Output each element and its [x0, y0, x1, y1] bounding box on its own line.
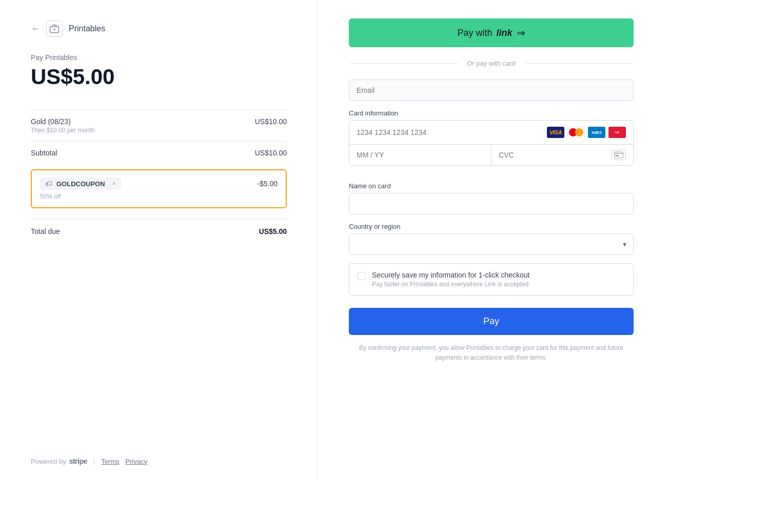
coupon-badge: 🏷 GOLDCOUPON × — [40, 178, 121, 190]
left-panel: ← Printables Pay Printables US$5.00 Gold… — [0, 0, 318, 481]
svg-rect-5 — [616, 155, 619, 156]
card-info-label: Card information — [349, 109, 634, 117]
card-number-row: VISA AMEX UP — [349, 121, 633, 145]
save-info-box: Securely save my information for 1-click… — [349, 263, 634, 295]
email-input[interactable] — [349, 80, 634, 101]
coupon-discount: -$5.00 — [257, 180, 278, 188]
merchant-icon — [46, 21, 63, 37]
email-group — [349, 80, 634, 101]
country-group: Country or region United States United K… — [349, 223, 634, 255]
coupon-container: 🏷 GOLDCOUPON × -$5.00 50% off — [31, 169, 287, 208]
powered-by-text: Powered by — [31, 458, 66, 465]
line-item-label: Gold (08/23) — [31, 117, 95, 126]
pay-with-link-label: Pay with — [457, 28, 492, 38]
merchant-name: Printables — [69, 24, 105, 33]
total-value: US$5.00 — [259, 227, 287, 235]
amex-icon: AMEX — [588, 127, 605, 138]
link-brand: link — [497, 28, 513, 38]
total-label: Total due — [31, 227, 60, 235]
terms-link[interactable]: Terms — [101, 458, 119, 465]
back-nav: ← Printables — [31, 21, 287, 37]
card-number-input[interactable] — [357, 128, 547, 136]
line-item-sublabel: Then $10.00 per month — [31, 127, 95, 134]
visa-icon: VISA — [547, 127, 564, 138]
link-arrow-icon: ⇒ — [517, 27, 525, 39]
privacy-link[interactable]: Privacy — [126, 458, 148, 465]
coupon-remove-button[interactable]: × — [112, 180, 116, 187]
mastercard-icon — [567, 127, 585, 138]
footer-divider: | — [93, 458, 95, 465]
divider-line-left — [349, 63, 459, 64]
terms-text: By confirming your payment, you allow Pr… — [349, 343, 634, 363]
card-icons: VISA AMEX UP — [547, 127, 626, 138]
country-label: Country or region — [349, 223, 634, 230]
card-expiry-cvc-row — [349, 145, 633, 165]
pay-with-link-button[interactable]: Pay with link ⇒ — [349, 18, 634, 47]
footer: Powered by stripe | Terms Privacy — [31, 457, 147, 465]
back-arrow-icon[interactable]: ← — [31, 24, 40, 34]
right-panel: Pay with link ⇒ Or pay with card Card in… — [318, 0, 664, 481]
total-row: Total due US$5.00 — [31, 219, 287, 244]
line-item-value: US$10.00 — [255, 117, 287, 126]
line-item: Gold (08/23) Then $10.00 per month US$10… — [31, 110, 287, 141]
subtotal-value: US$10.00 — [255, 149, 287, 157]
divider-line-right — [524, 63, 634, 64]
save-info-subtitle: Pay faster on Printables and everywhere … — [372, 281, 625, 288]
coupon-row: 🏷 GOLDCOUPON × -$5.00 — [40, 178, 278, 190]
coupon-percent: 50% off — [40, 193, 278, 200]
coupon-code: GOLDCOUPON — [56, 180, 105, 188]
footer-powered-by: Powered by stripe — [31, 457, 87, 465]
card-expiry-input[interactable] — [349, 145, 491, 165]
subtotal-label: Subtotal — [31, 149, 57, 157]
divider-row: Or pay with card — [349, 60, 634, 67]
country-select-wrapper: United States United Kingdom Canada ▾ — [349, 233, 634, 255]
save-info-text: Securely save my information for 1-click… — [372, 271, 625, 288]
or-pay-label: Or pay with card — [467, 60, 516, 67]
card-info-container: VISA AMEX UP — [349, 120, 634, 166]
save-checkbox[interactable] — [358, 272, 366, 280]
card-cvc-row — [491, 145, 633, 165]
name-group: Name on card — [349, 182, 634, 214]
card-cvc-input[interactable] — [499, 151, 612, 159]
pay-label: Pay Printables — [31, 53, 287, 62]
coupon-tag-icon: 🏷 — [45, 180, 52, 188]
name-label: Name on card — [349, 182, 634, 190]
country-select[interactable]: United States United Kingdom Canada — [349, 233, 634, 255]
unionpay-icon: UP — [608, 127, 626, 138]
amount: US$5.00 — [31, 65, 287, 89]
save-info-title: Securely save my information for 1-click… — [372, 271, 625, 279]
svg-rect-3 — [615, 152, 623, 158]
cvc-icon — [612, 150, 626, 160]
pay-button[interactable]: Pay — [349, 308, 634, 335]
name-input[interactable] — [349, 193, 634, 214]
card-info-group: Card information VISA AMEX UP — [349, 109, 634, 174]
stripe-logo: stripe — [69, 457, 87, 465]
subtotal-row: Subtotal US$10.00 — [31, 141, 287, 164]
